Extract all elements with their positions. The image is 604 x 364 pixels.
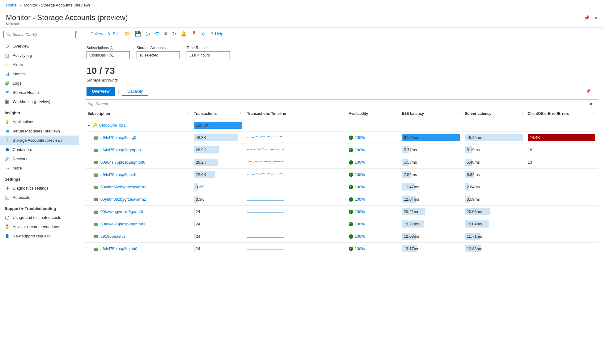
group-name[interactable]: CloudOps Tip1 — [99, 123, 126, 128]
sort-icon[interactable]: ↑↓ — [395, 111, 398, 115]
sidebar-item-new-support-request[interactable]: 👤New support request — [0, 231, 79, 241]
sidebar-item-label: Virtual Machines (preview) — [13, 129, 60, 133]
save-icon[interactable]: 💾 — [135, 31, 141, 37]
storage-account-link[interactable]: 60ybtm66zbygrzeswarm2 — [100, 185, 146, 189]
timerange-select[interactable]: Last 4 hours⌄ — [187, 51, 230, 59]
cell-availability[interactable]: 100% — [355, 148, 365, 152]
column-header[interactable]: Transactions Timeline↑↓ — [245, 108, 346, 119]
nav-icon: 🔗 — [5, 156, 10, 161]
chevron-down-icon: ⌄ — [125, 54, 127, 57]
sidebar-item-applications[interactable]: 💡Applications — [0, 117, 79, 126]
column-header[interactable]: Availability↑↓ — [346, 108, 399, 119]
feedback-icon[interactable]: ☺ — [201, 31, 206, 37]
storage-account-link[interactable]: a64sl75plosp2agntpub — [100, 148, 141, 152]
cell-availability[interactable]: 100% — [355, 209, 365, 214]
sort-icon[interactable]: ↑↓ — [520, 111, 523, 115]
sidebar-item-label: Containers — [13, 147, 32, 152]
storage-icon — [94, 198, 98, 201]
cell-e2e-latency: 13.17ms — [404, 246, 419, 251]
tag-icon[interactable]: 🏷 — [154, 31, 159, 37]
gallery-button[interactable]: ←Gallery — [85, 31, 103, 36]
saveas-icon[interactable]: 🗂 — [145, 31, 150, 37]
sidebar-item-overview[interactable]: ⏱Overview — [0, 41, 79, 51]
nav-icon: 📊 — [5, 71, 10, 76]
sort-icon[interactable]: ↑↓ — [457, 111, 460, 115]
sidebar-item-network[interactable]: 🔗Network — [0, 154, 79, 163]
pin-toolbar-icon[interactable]: 📍 — [191, 31, 197, 37]
refresh-icon[interactable]: ↻ — [172, 31, 176, 37]
search-icon: 🔍 — [6, 32, 11, 37]
storage-account-link[interactable]: 60a64sl75plosp2agntpri1 — [100, 222, 145, 226]
sidebar-item-activity-log[interactable]: 📋Activity log — [0, 51, 79, 60]
storage-account-link[interactable]: a64sl75plosp2mstr0 — [100, 172, 136, 177]
storage-account-link[interactable]: 691965eastus — [100, 234, 126, 239]
cell-availability[interactable]: 100% — [355, 246, 365, 251]
discard-icon[interactable]: ✖ — [164, 31, 168, 37]
sidebar-item-workbooks-preview-[interactable]: 📓Workbooks (preview) — [0, 97, 79, 106]
sort-icon[interactable]: ↑↓ — [341, 111, 344, 115]
sidebar-item-advisor-recommendations[interactable]: 🏅Advisor recommendations — [0, 222, 79, 231]
storage-account-link[interactable]: 00a64sl75plosp2agntpri0 — [100, 160, 145, 165]
expand-icon[interactable]: ▼ — [87, 124, 91, 127]
sidebar-item-usage-and-estimated-costs[interactable]: ◯Usage and estimated costs — [0, 213, 79, 222]
sidebar-item-metrics[interactable]: 📊Metrics — [0, 69, 79, 78]
sort-icon[interactable]: ↑↓ — [187, 111, 190, 115]
summary-label: Storage accounts — [87, 78, 596, 82]
sidebar-item-logs[interactable]: 🧩Logs — [0, 78, 79, 88]
column-header[interactable]: Transactions↑↓ — [192, 108, 245, 119]
check-icon — [349, 222, 353, 226]
sidebar-item-autoscale[interactable]: 📐Autoscale — [0, 193, 79, 202]
sidebar-item-service-health[interactable]: ❤Service Health — [0, 88, 79, 97]
sidebar-collapse-icon[interactable]: « — [75, 30, 78, 34]
table-row: 60a64sl75plosp2agntpri124100%19.21ms19.0… — [85, 218, 598, 230]
notify-icon[interactable]: 🔔 — [180, 31, 187, 37]
cell-e2e-latency: 7.56ms — [404, 172, 417, 177]
storage-accounts-label: Storage Accounts — [137, 46, 180, 50]
storage-account-link[interactable]: a64sl75plosp2exhb0 — [100, 246, 137, 251]
column-header[interactable]: Subscription↑↓ — [85, 108, 192, 119]
info-icon[interactable]: i — [110, 46, 113, 50]
column-header[interactable]: E2E Latency↑↓ — [399, 108, 463, 119]
sidebar-item-virtual-machines-preview-[interactable]: 🖥Virtual Machines (preview) — [0, 126, 79, 136]
column-header[interactable]: ClientOtherError/Errors↑↓ — [525, 108, 598, 119]
sidebar-search[interactable]: 🔍 — [3, 31, 76, 38]
edit-button[interactable]: ✎Edit — [108, 31, 120, 36]
sort-icon[interactable]: ↑↓ — [240, 111, 243, 115]
help-button[interactable]: ?Help — [211, 31, 223, 36]
cell-availability[interactable]: 100% — [355, 160, 365, 165]
breadcrumb-home[interactable]: Home — [6, 3, 17, 7]
cell-availability[interactable]: 100% — [355, 185, 365, 189]
sidebar-search-input[interactable] — [13, 32, 73, 37]
subscriptions-select[interactable]: CloudOps Tip1⌄ — [87, 51, 130, 59]
breadcrumb-current: Monitor - Storage Accounts (preview) — [24, 3, 90, 7]
cell-transactions: 3.3K — [196, 197, 204, 202]
cell-availability[interactable]: 100% — [355, 172, 365, 177]
sidebar-item-diagnostics-settings[interactable]: ✚Diagnostics settings — [0, 183, 79, 193]
tab-overview[interactable]: Overview — [87, 87, 115, 96]
clear-search-icon[interactable]: ✕ — [588, 102, 595, 106]
pin-icon[interactable]: 📌 — [584, 15, 590, 21]
cell-availability[interactable]: 100% — [355, 197, 365, 202]
tab-capacity[interactable]: Capacity — [122, 87, 148, 96]
sidebar-item-more[interactable]: ⋯More — [0, 163, 79, 173]
cell-transactions: 24 — [196, 209, 200, 214]
cell-availability[interactable]: 100% — [355, 234, 365, 239]
column-header[interactable]: Server Latency↑↓ — [462, 108, 525, 119]
storage-icon — [94, 186, 98, 189]
storage-account-link[interactable]: 00kwwjhgymlxd5gagnt0 — [100, 209, 143, 214]
storage-icon — [94, 149, 98, 152]
sort-icon[interactable]: ↑↓ — [593, 111, 596, 115]
table-group-row[interactable]: ▼🔑CloudOps Tip1130.6K — [85, 119, 598, 132]
sidebar-item-storage-accounts-preview-[interactable]: 🗄Storage Accounts (preview) — [0, 136, 79, 145]
sidebar-item-containers[interactable]: ⬢Containers — [0, 145, 79, 154]
grid-search-input[interactable] — [95, 102, 588, 106]
sidebar-item-alerts[interactable]: ⚠Alerts — [0, 60, 79, 69]
storage-accounts-select[interactable]: 10 selected⌄ — [137, 51, 180, 59]
cell-availability[interactable]: 100% — [355, 222, 365, 226]
close-icon[interactable]: ✕ — [594, 15, 598, 21]
storage-account-link[interactable]: a64sl75plosp2diag0 — [100, 135, 136, 140]
storage-account-link[interactable]: 00ybtm66zbygrzeswarm1 — [100, 197, 146, 202]
open-icon[interactable]: 📁 — [124, 31, 130, 37]
pin-grid-icon[interactable]: 📌 — [586, 89, 591, 94]
cell-availability[interactable]: 100% — [355, 135, 365, 140]
